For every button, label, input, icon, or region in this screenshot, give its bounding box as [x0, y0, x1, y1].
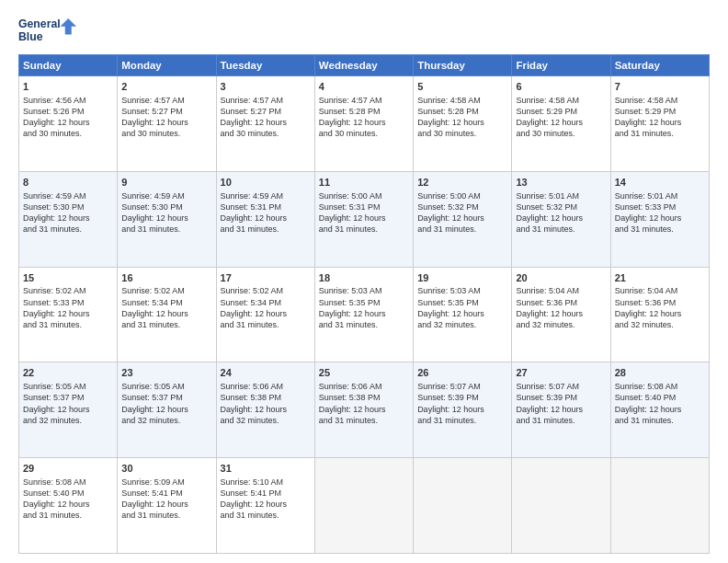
calendar-cell: [610, 458, 709, 554]
calendar-cell: 2Sunrise: 4:57 AMSunset: 5:27 PMDaylight…: [118, 76, 216, 172]
day-info: Sunrise: 4:58 AM: [615, 95, 705, 106]
day-info: and 32 minutes.: [417, 319, 507, 330]
day-info: Daylight: 12 hours: [319, 213, 409, 224]
day-info: Daylight: 12 hours: [221, 117, 311, 128]
calendar-cell: 19Sunrise: 5:03 AMSunset: 5:35 PMDayligh…: [414, 267, 512, 362]
calendar-week-4: 22Sunrise: 5:05 AMSunset: 5:37 PMDayligh…: [19, 362, 710, 458]
calendar-week-3: 15Sunrise: 5:02 AMSunset: 5:33 PMDayligh…: [19, 267, 710, 362]
header-tuesday: Tuesday: [216, 55, 314, 76]
day-info: and 31 minutes.: [23, 224, 113, 235]
calendar-cell: 4Sunrise: 4:57 AMSunset: 5:28 PMDaylight…: [314, 76, 413, 172]
day-info: Sunrise: 4:56 AM: [23, 95, 113, 106]
day-info: Daylight: 12 hours: [417, 117, 507, 128]
calendar-cell: 22Sunrise: 5:05 AMSunset: 5:37 PMDayligh…: [19, 362, 118, 458]
day-info: Sunset: 5:30 PM: [23, 201, 113, 213]
day-info: Sunrise: 5:06 AM: [319, 381, 409, 392]
calendar-cell: [414, 458, 512, 554]
day-number: 30: [121, 462, 211, 476]
day-info: and 31 minutes.: [221, 224, 311, 235]
day-info: Daylight: 12 hours: [121, 499, 211, 510]
day-number: 10: [221, 176, 311, 190]
day-number: 29: [23, 462, 113, 476]
day-info: and 30 minutes.: [221, 128, 311, 139]
day-info: Daylight: 12 hours: [516, 404, 606, 415]
day-number: 19: [417, 271, 507, 285]
day-number: 13: [516, 176, 606, 190]
day-info: Sunset: 5:30 PM: [121, 201, 211, 213]
calendar-cell: 13Sunrise: 5:01 AMSunset: 5:32 PMDayligh…: [512, 171, 610, 267]
day-info: Sunrise: 4:57 AM: [221, 95, 311, 106]
day-number: 23: [121, 366, 211, 380]
day-info: Sunset: 5:36 PM: [615, 297, 705, 308]
day-info: Sunset: 5:35 PM: [319, 297, 409, 308]
day-info: Sunrise: 4:59 AM: [121, 190, 211, 201]
day-info: Sunrise: 5:02 AM: [23, 285, 113, 296]
day-info: Sunrise: 5:02 AM: [221, 285, 311, 296]
day-info: Sunrise: 5:05 AM: [23, 381, 113, 392]
calendar-cell: 16Sunrise: 5:02 AMSunset: 5:34 PMDayligh…: [118, 267, 216, 362]
day-info: Sunrise: 5:01 AM: [615, 190, 705, 201]
day-info: and 31 minutes.: [221, 510, 311, 521]
day-info: Sunrise: 5:05 AM: [121, 381, 211, 392]
day-info: and 32 minutes.: [121, 415, 211, 426]
day-info: Daylight: 12 hours: [121, 308, 211, 319]
calendar-cell: 5Sunrise: 4:58 AMSunset: 5:28 PMDaylight…: [414, 76, 512, 172]
day-number: 3: [221, 80, 311, 94]
calendar-cell: 31Sunrise: 5:10 AMSunset: 5:41 PMDayligh…: [216, 458, 314, 554]
header-sunday: Sunday: [19, 55, 118, 76]
day-info: Sunrise: 5:08 AM: [23, 477, 113, 488]
day-info: Sunset: 5:31 PM: [319, 201, 409, 213]
day-number: 6: [516, 80, 606, 94]
day-info: Sunset: 5:37 PM: [23, 392, 113, 403]
day-info: and 31 minutes.: [23, 319, 113, 330]
day-info: and 30 minutes.: [516, 128, 606, 139]
calendar-cell: 20Sunrise: 5:04 AMSunset: 5:36 PMDayligh…: [512, 267, 610, 362]
calendar-cell: 6Sunrise: 4:58 AMSunset: 5:29 PMDaylight…: [512, 76, 610, 172]
svg-marker-2: [61, 18, 77, 35]
calendar-cell: [512, 458, 610, 554]
day-info: Daylight: 12 hours: [23, 213, 113, 224]
day-info: Sunset: 5:34 PM: [221, 297, 311, 308]
day-info: Sunrise: 5:03 AM: [319, 285, 409, 296]
day-number: 28: [615, 366, 705, 380]
day-info: Daylight: 12 hours: [221, 213, 311, 224]
day-info: Daylight: 12 hours: [23, 117, 113, 128]
day-info: Daylight: 12 hours: [615, 213, 705, 224]
day-info: Sunset: 5:38 PM: [221, 392, 311, 403]
day-info: Sunset: 5:39 PM: [417, 392, 507, 403]
day-info: Sunset: 5:36 PM: [516, 297, 606, 308]
day-info: Daylight: 12 hours: [221, 404, 311, 415]
calendar-cell: 24Sunrise: 5:06 AMSunset: 5:38 PMDayligh…: [216, 362, 314, 458]
day-info: Daylight: 12 hours: [23, 404, 113, 415]
day-info: Sunset: 5:27 PM: [121, 106, 211, 117]
day-info: Sunset: 5:29 PM: [516, 106, 606, 117]
day-info: and 31 minutes.: [319, 319, 409, 330]
calendar-cell: 26Sunrise: 5:07 AMSunset: 5:39 PMDayligh…: [414, 362, 512, 458]
day-info: Sunrise: 4:58 AM: [516, 95, 606, 106]
day-number: 31: [221, 462, 311, 476]
day-info: Daylight: 12 hours: [121, 404, 211, 415]
day-number: 16: [121, 271, 211, 285]
calendar-cell: 30Sunrise: 5:09 AMSunset: 5:41 PMDayligh…: [118, 458, 216, 554]
day-info: Sunrise: 4:57 AM: [121, 95, 211, 106]
calendar-cell: 9Sunrise: 4:59 AMSunset: 5:30 PMDaylight…: [118, 171, 216, 267]
calendar-cell: 10Sunrise: 4:59 AMSunset: 5:31 PMDayligh…: [216, 171, 314, 267]
day-info: Sunset: 5:26 PM: [23, 106, 113, 117]
day-info: and 31 minutes.: [615, 224, 705, 235]
calendar-cell: 21Sunrise: 5:04 AMSunset: 5:36 PMDayligh…: [610, 267, 709, 362]
calendar-cell: 27Sunrise: 5:07 AMSunset: 5:39 PMDayligh…: [512, 362, 610, 458]
day-info: Sunrise: 5:10 AM: [221, 477, 311, 488]
day-info: Sunset: 5:29 PM: [615, 106, 705, 117]
calendar-cell: 28Sunrise: 5:08 AMSunset: 5:40 PMDayligh…: [610, 362, 709, 458]
day-number: 18: [319, 271, 409, 285]
day-info: Daylight: 12 hours: [221, 499, 311, 510]
day-info: Sunrise: 5:07 AM: [516, 381, 606, 392]
day-number: 27: [516, 366, 606, 380]
calendar-cell: 25Sunrise: 5:06 AMSunset: 5:38 PMDayligh…: [314, 362, 413, 458]
header-saturday: Saturday: [610, 55, 709, 76]
calendar-cell: 23Sunrise: 5:05 AMSunset: 5:37 PMDayligh…: [118, 362, 216, 458]
day-info: and 31 minutes.: [516, 415, 606, 426]
day-info: and 31 minutes.: [516, 224, 606, 235]
day-info: Sunrise: 4:58 AM: [417, 95, 507, 106]
day-info: and 31 minutes.: [121, 319, 211, 330]
